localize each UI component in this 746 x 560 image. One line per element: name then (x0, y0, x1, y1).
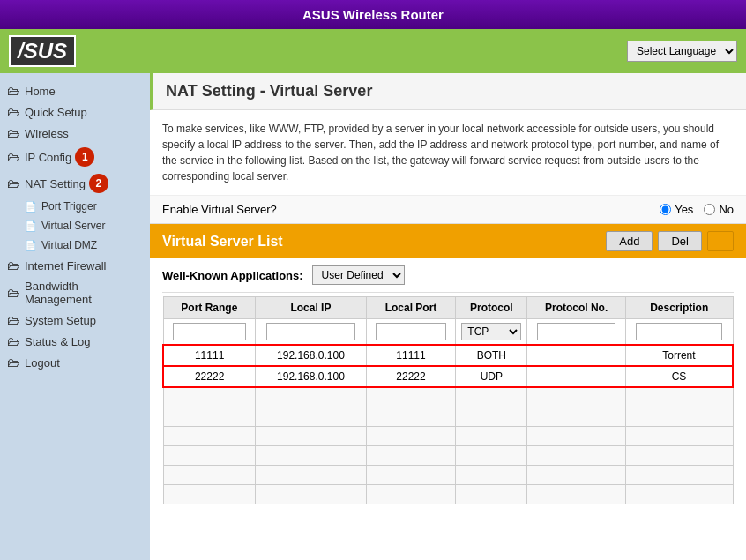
folder-icon: 🗁 (7, 105, 19, 119)
th-local-ip: Local IP (256, 297, 366, 319)
enable-no-radio[interactable] (704, 204, 715, 215)
enable-label: Enable Virtual Server? (162, 203, 660, 216)
sidebar-label-wireless: Wireless (25, 127, 69, 140)
language-selector-wrapper: Select Language English Chinese Japanese (627, 41, 737, 62)
sidebar-label-logout: Logout (25, 356, 60, 370)
row1-local-ip: 192.168.0.100 (256, 345, 366, 366)
enable-yes-radio[interactable] (660, 204, 671, 215)
doc-icon: 📄 (25, 240, 37, 251)
empty-row (163, 407, 733, 426)
sidebar-item-logout[interactable]: 🗁 Logout (0, 352, 150, 373)
input-row: TCP UDP BOTH OTHER (163, 319, 733, 346)
row2-description: CS (625, 366, 733, 387)
input-description-cell (625, 319, 733, 346)
row2-local-port: 22222 (366, 366, 456, 387)
page-description: To make services, like WWW, FTP, provide… (150, 110, 746, 196)
th-port-range: Port Range (163, 297, 256, 319)
sidebar-label-quick-setup: Quick Setup (25, 106, 87, 119)
badge-1: 1 (75, 147, 94, 167)
folder-icon: 🗁 (7, 258, 19, 273)
page-header: ASUS Wireless Router (0, 0, 746, 29)
doc-icon: 📄 (25, 220, 37, 232)
empty-row (163, 445, 733, 465)
folder-icon: 🗁 (7, 355, 19, 370)
sidebar-item-virtual-server[interactable]: 📄 Virtual Server (0, 216, 150, 235)
row1-protocol-no (527, 345, 626, 366)
sidebar-item-quick-setup[interactable]: 🗁 Quick Setup (0, 101, 150, 123)
row2-protocol: UDP (456, 366, 527, 387)
folder-icon: 🗁 (7, 334, 19, 348)
sidebar: 🗁 Home 🗁 Quick Setup 🗁 Wireless 🗁 IP Con… (0, 73, 150, 560)
enable-virtual-server-row: Enable Virtual Server? Yes No (150, 196, 746, 224)
header-title: ASUS Wireless Router (302, 7, 444, 22)
empty-row (163, 484, 733, 504)
input-description[interactable] (636, 323, 722, 340)
enable-no-label[interactable]: No (704, 203, 734, 216)
input-protocol-no-cell (527, 319, 626, 346)
top-bar: /SUS Select Language English Chinese Jap… (0, 29, 746, 73)
empty-row (163, 465, 733, 484)
asus-logo: /SUS (9, 35, 76, 67)
sidebar-label-virtual-server: Virtual Server (41, 220, 105, 232)
doc-icon: 📄 (25, 201, 37, 213)
row1-port-range: 11111 (163, 345, 256, 366)
folder-icon: 🗁 (7, 286, 19, 300)
enable-no-text: No (719, 203, 734, 216)
sidebar-item-virtual-dmz[interactable]: 📄 Virtual DMZ (0, 235, 150, 255)
page-title: NAT Setting - Virtual Server (150, 73, 746, 110)
table-row: 22222 192.168.0.100 22222 UDP CS (163, 366, 733, 387)
sidebar-item-bandwidth-mgmt[interactable]: 🗁 Bandwidth Management (0, 276, 150, 310)
sidebar-label-port-trigger: Port Trigger (41, 200, 97, 213)
sidebar-item-internet-firewall[interactable]: 🗁 Internet Firewall (0, 255, 150, 276)
input-local-ip[interactable] (266, 323, 355, 340)
sidebar-item-status-log[interactable]: 🗁 Status & Log (0, 331, 150, 352)
input-local-ip-cell (256, 319, 366, 346)
folder-icon: 🗁 (7, 84, 19, 98)
empty-row (163, 426, 733, 445)
row1-protocol: BOTH (456, 345, 527, 366)
sidebar-item-home[interactable]: 🗁 Home (0, 80, 150, 101)
add-button[interactable]: Add (606, 231, 653, 251)
folder-icon: 🗁 (7, 126, 19, 140)
table-area: Well-Known Applications: User Defined HT… (150, 258, 746, 513)
well-known-select[interactable]: User Defined HTTP FTP (312, 265, 405, 285)
del-button[interactable]: Del (658, 231, 702, 251)
vs-list-title: Virtual Server List (162, 234, 283, 250)
extra-button[interactable] (707, 231, 734, 251)
enable-yes-text: Yes (675, 203, 693, 216)
row2-protocol-no (527, 366, 626, 387)
table-row: 11111 192.168.0.100 11111 BOTH Torrent (163, 345, 733, 366)
input-local-port[interactable] (376, 323, 446, 340)
well-known-label: Well-Known Applications: (162, 269, 303, 282)
row2-local-ip: 192.168.0.100 (256, 366, 366, 387)
row2-port-range: 22222 (163, 366, 256, 387)
language-select[interactable]: Select Language English Chinese Japanese (627, 41, 737, 62)
input-protocol-no[interactable] (537, 323, 615, 340)
folder-icon: 🗁 (7, 313, 19, 327)
enable-yes-label[interactable]: Yes (660, 203, 693, 216)
sidebar-item-system-setup[interactable]: 🗁 System Setup (0, 310, 150, 331)
sidebar-label-internet-firewall: Internet Firewall (25, 259, 106, 273)
sidebar-label-status-log: Status & Log (25, 335, 90, 348)
sidebar-label-home: Home (25, 85, 56, 98)
vs-buttons: Add Del (606, 231, 734, 251)
row1-description: Torrent (625, 345, 733, 366)
server-table: Port Range Local IP Local Port Protocol … (162, 296, 734, 504)
sidebar-item-nat-setting[interactable]: 🗁 NAT Setting 2 (0, 170, 150, 197)
th-protocol-no: Protocol No. (527, 297, 626, 319)
input-port-range-cell (163, 319, 256, 346)
empty-row (163, 387, 733, 407)
folder-icon: 🗁 (7, 150, 19, 164)
input-local-port-cell (366, 319, 456, 346)
input-port-range[interactable] (173, 323, 246, 340)
enable-options: Yes No (660, 203, 734, 216)
sidebar-item-ip-config[interactable]: 🗁 IP Config 1 (0, 144, 150, 170)
sidebar-item-wireless[interactable]: 🗁 Wireless (0, 123, 150, 144)
sidebar-item-port-trigger[interactable]: 📄 Port Trigger (0, 197, 150, 216)
main-layout: 🗁 Home 🗁 Quick Setup 🗁 Wireless 🗁 IP Con… (0, 73, 746, 560)
sidebar-label-system-setup: System Setup (25, 314, 96, 327)
table-header-row: Port Range Local IP Local Port Protocol … (163, 297, 733, 319)
folder-icon: 🗁 (7, 176, 19, 190)
input-protocol-select[interactable]: TCP UDP BOTH OTHER (461, 323, 521, 340)
well-known-row: Well-Known Applications: User Defined HT… (162, 258, 734, 293)
